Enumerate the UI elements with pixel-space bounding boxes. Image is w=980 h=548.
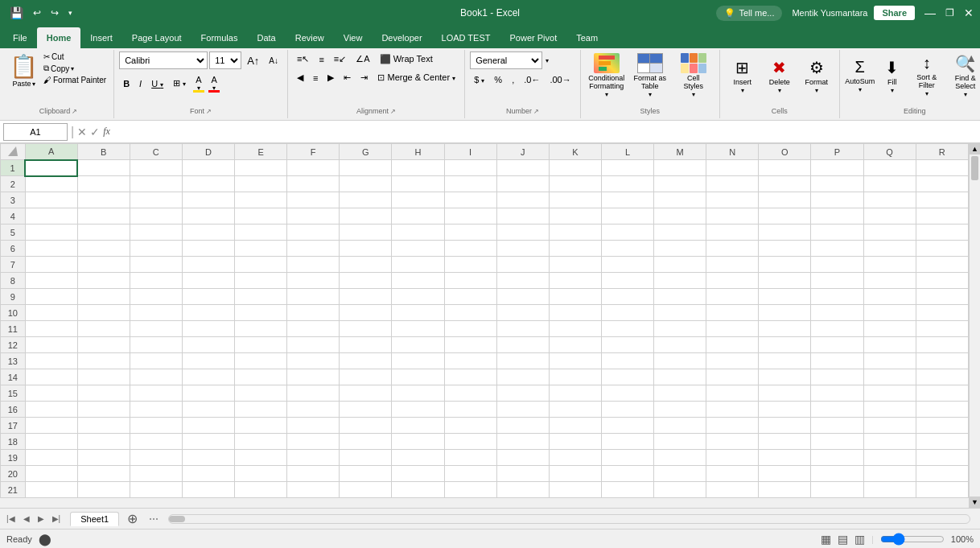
cell-N1[interactable]: [706, 160, 759, 176]
cell-K12[interactable]: [549, 337, 601, 353]
cell-C16[interactable]: [130, 402, 182, 418]
cell-M10[interactable]: [654, 305, 706, 321]
cell-M3[interactable]: [654, 192, 706, 208]
cell-F17[interactable]: [287, 418, 340, 434]
cell-C12[interactable]: [130, 337, 182, 353]
col-header-C[interactable]: C: [130, 144, 182, 160]
cell-L8[interactable]: [601, 273, 653, 289]
cell-A4[interactable]: [25, 208, 77, 225]
scroll-track[interactable]: [970, 155, 980, 496]
confirm-formula-icon[interactable]: ✓: [90, 126, 100, 138]
cell-L3[interactable]: [601, 192, 653, 208]
cell-D8[interactable]: [182, 273, 234, 289]
cell-L1[interactable]: [601, 160, 653, 176]
cell-I8[interactable]: [444, 273, 496, 289]
cell-H7[interactable]: [392, 257, 444, 273]
tab-data[interactable]: Data: [247, 27, 285, 48]
border-dropdown-icon[interactable]: ▾: [183, 80, 186, 88]
cell-F15[interactable]: [287, 385, 340, 402]
cell-B20[interactable]: [77, 466, 130, 482]
cell-O2[interactable]: [759, 176, 811, 192]
sort-filter-dropdown-icon[interactable]: ▾: [925, 90, 929, 97]
delete-dropdown-icon[interactable]: ▾: [778, 87, 781, 94]
cell-M8[interactable]: [654, 273, 706, 289]
cell-R5[interactable]: [916, 225, 968, 241]
formula-input[interactable]: [113, 123, 977, 141]
cell-G19[interactable]: [340, 450, 392, 466]
cell-J19[interactable]: [496, 450, 549, 466]
scroll-sheets-left-first-button[interactable]: |◀: [3, 513, 19, 525]
format-button[interactable]: ⚙ Format ▾: [799, 52, 834, 100]
cell-P14[interactable]: [811, 369, 863, 385]
cell-E10[interactable]: [235, 305, 287, 321]
cell-P4[interactable]: [811, 208, 863, 225]
col-header-B[interactable]: B: [77, 144, 130, 160]
cell-F10[interactable]: [287, 305, 340, 321]
cell-I19[interactable]: [444, 450, 496, 466]
tab-file[interactable]: File: [3, 27, 37, 48]
cell-J12[interactable]: [496, 337, 549, 353]
fill-button[interactable]: ⬇ Fill ▾: [877, 52, 908, 100]
cell-R19[interactable]: [916, 450, 968, 466]
cell-Q19[interactable]: [863, 450, 916, 466]
macro-record-icon[interactable]: ⬤: [39, 533, 51, 546]
underline-dropdown-icon[interactable]: ▾: [160, 81, 163, 89]
scroll-thumb[interactable]: [971, 156, 978, 180]
underline-button[interactable]: U ▾: [147, 76, 167, 91]
cell-H12[interactable]: [392, 337, 444, 353]
format-as-table-dropdown-icon[interactable]: ▾: [649, 91, 652, 98]
merge-center-button[interactable]: ⊡ Merge & Center ▾: [373, 70, 459, 85]
insert-dropdown-icon[interactable]: ▾: [741, 87, 744, 94]
cell-A19[interactable]: [25, 450, 77, 466]
decrease-font-button[interactable]: A↓: [265, 54, 282, 68]
cell-R17[interactable]: [916, 418, 968, 434]
cell-R2[interactable]: [916, 176, 968, 192]
cell-P11[interactable]: [811, 321, 863, 337]
cell-K15[interactable]: [549, 385, 601, 402]
cell-B9[interactable]: [77, 289, 130, 305]
cell-A9[interactable]: [25, 289, 77, 305]
align-top-left-button[interactable]: ≡↖: [293, 52, 313, 67]
cell-P6[interactable]: [811, 241, 863, 257]
cell-P17[interactable]: [811, 418, 863, 434]
cell-B21[interactable]: [77, 482, 130, 498]
col-header-K[interactable]: K: [549, 144, 601, 160]
tab-review[interactable]: Review: [286, 27, 334, 48]
row-header-3[interactable]: 3: [1, 192, 26, 208]
cell-J21[interactable]: [496, 482, 549, 498]
cell-K13[interactable]: [549, 353, 601, 369]
cell-L11[interactable]: [601, 321, 653, 337]
row-header-15[interactable]: 15: [1, 385, 26, 402]
cell-O9[interactable]: [759, 289, 811, 305]
cell-L16[interactable]: [601, 402, 653, 418]
cell-M4[interactable]: [654, 208, 706, 225]
cell-R21[interactable]: [916, 482, 968, 498]
cancel-formula-icon[interactable]: ✕: [77, 126, 87, 138]
decrease-decimal-button[interactable]: .0←: [520, 72, 544, 87]
cell-J9[interactable]: [496, 289, 549, 305]
row-header-18[interactable]: 18: [1, 434, 26, 450]
cell-B1[interactable]: [77, 160, 130, 176]
cell-J4[interactable]: [496, 208, 549, 225]
cell-O6[interactable]: [759, 241, 811, 257]
cell-Q15[interactable]: [863, 385, 916, 402]
cell-K14[interactable]: [549, 369, 601, 385]
cell-D19[interactable]: [182, 450, 234, 466]
cell-K20[interactable]: [549, 466, 601, 482]
tab-formulas[interactable]: Formulas: [191, 27, 248, 48]
cell-G3[interactable]: [340, 192, 392, 208]
cell-I5[interactable]: [444, 225, 496, 241]
undo-icon[interactable]: ↩: [30, 6, 44, 20]
col-header-N[interactable]: N: [706, 144, 759, 160]
minimize-button[interactable]: —: [924, 6, 936, 19]
alignment-expand-icon[interactable]: ↗: [390, 108, 396, 115]
cell-R13[interactable]: [916, 353, 968, 369]
col-header-M[interactable]: M: [654, 144, 706, 160]
cell-O7[interactable]: [759, 257, 811, 273]
cell-C13[interactable]: [130, 353, 182, 369]
cell-Q20[interactable]: [863, 466, 916, 482]
cell-L12[interactable]: [601, 337, 653, 353]
increase-decimal-button[interactable]: .00→: [546, 72, 574, 87]
insert-button[interactable]: ⊞ Insert ▾: [725, 52, 760, 100]
cell-R16[interactable]: [916, 402, 968, 418]
